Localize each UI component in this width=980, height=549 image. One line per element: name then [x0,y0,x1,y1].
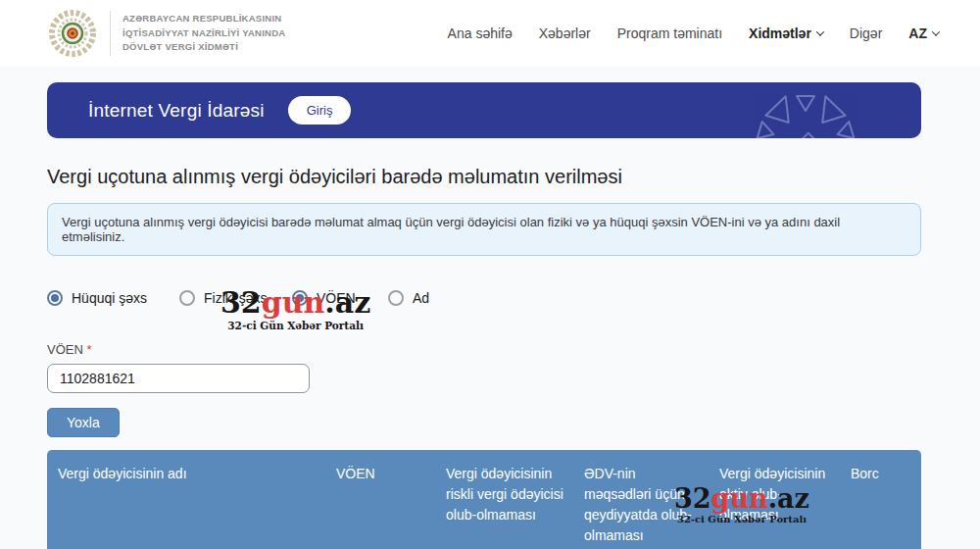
nav-other[interactable]: Digər [850,25,882,41]
col-risky-status: Vergi ödəyicisinin riskli vergi ödəyicis… [436,450,574,549]
voen-input[interactable] [47,364,310,393]
col-vat-registration: ƏDV-nin məqsədləri üçün qeydiyyatda olub… [574,450,710,549]
check-button[interactable]: Yoxla [47,408,120,437]
top-header: AZƏRBAYCAN RESPUBLİKASININ İQTİSADİYYAT … [0,0,980,67]
nav-services-dropdown[interactable]: Xidmətlər [749,25,823,41]
nav-software[interactable]: Proqram təminatı [617,25,722,41]
nav-language-dropdown[interactable]: AZ [908,25,939,41]
main-content: İnternet Vergi İdarəsi Giriş [0,67,980,549]
radio-selected-icon [47,290,63,306]
voen-label: VÖEN * [47,342,933,357]
radio-voen[interactable]: VÖEN [292,290,388,306]
radio-huquqi-sexs[interactable]: Hüquqi şəxs [47,290,179,306]
brand-line-3: DÖVLƏT VERGİ XİDMƏTİ [122,40,285,55]
col-taxpayer-name: Vergi ödəyicisinin adı [47,450,326,549]
chevron-down-icon [932,27,940,35]
divider [110,11,111,56]
chevron-down-icon [816,27,824,35]
radio-label: Fiziki şəxs [204,290,268,306]
info-banner: Vergi uçotuna alınmış vergi ödəyicisi ba… [47,203,921,256]
col-voen: VÖEN [326,450,436,549]
brand[interactable]: AZƏRBAYCAN RESPUBLİKASININ İQTİSADİYYAT … [47,7,285,60]
page: AZƏRBAYCAN RESPUBLİKASININ İQTİSADİYYAT … [0,0,980,549]
radio-label: Ad [413,290,429,306]
ministry-emblem-icon [47,7,98,60]
radio-label: VÖEN [317,290,356,306]
radio-ad[interactable]: Ad [388,290,429,306]
banner-title: İnternet Vergi İdarəsi [88,100,265,122]
required-asterisk: * [86,342,91,357]
radio-unselected-icon [179,290,195,306]
results-table: Vergi ödəyicisinin adı VÖEN Vergi ödəyic… [47,450,921,549]
brand-line-1: AZƏRBAYCAN RESPUBLİKASININ [122,12,285,26]
brand-line-2: İQTİSADİYYAT NAZİRLİYİ YANINDA [122,26,285,41]
radio-selected-icon [292,290,308,306]
brand-text: AZƏRBAYCAN RESPUBLİKASININ İQTİSADİYYAT … [122,12,285,55]
main-nav: Ana səhifə Xəbərlər Proqram təminatı Xid… [448,25,939,41]
nav-home[interactable]: Ana səhifə [448,25,513,41]
col-debt: Borc [841,450,921,549]
table-header-row: Vergi ödəyicisinin adı VÖEN Vergi ödəyic… [47,450,921,549]
nav-news[interactable]: Xəbərlər [539,25,591,41]
col-active-status: Vergi ödəyicisinin aktiv olub-olmaması [710,450,841,549]
login-button[interactable]: Giriş [288,96,352,125]
banner-ornament-icon [715,82,882,138]
radio-fiziki-sexs[interactable]: Fiziki şəxs [179,290,292,306]
service-banner: İnternet Vergi İdarəsi Giriş [47,82,921,138]
voen-field-group: VÖEN * [47,342,933,393]
radio-unselected-icon [388,290,404,306]
search-type-options: Hüquqi şəxs Fiziki şəxs VÖEN Ad [47,290,933,306]
radio-label: Hüquqi şəxs [72,290,147,306]
page-title: Vergi uçotuna alınmış vergi ödəyiciləri … [47,166,933,188]
